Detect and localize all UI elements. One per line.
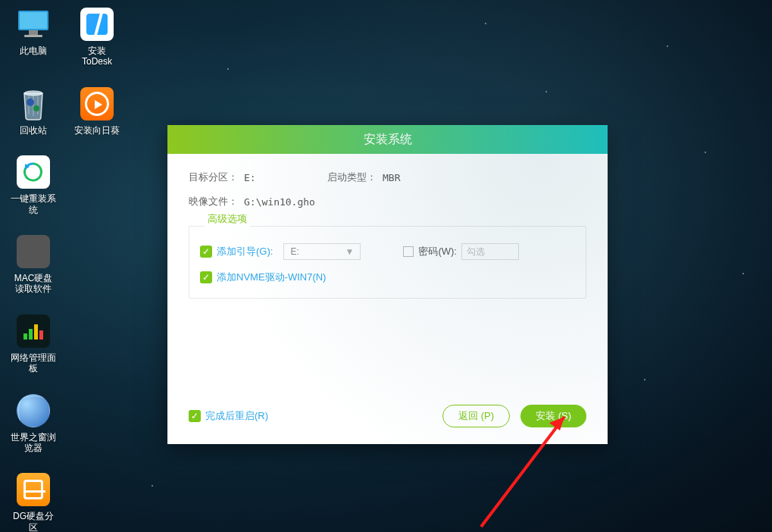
dialog-title: 安装系统 <box>167 125 608 154</box>
row-image-file: 映像文件： G:\win10.gho <box>189 195 586 208</box>
desktop-row: 回收站 安装向日葵 <box>11 87 120 136</box>
row-add-nvme: ✓ 添加NVME驱动-WIN7(N) <box>200 271 575 284</box>
desktop-icon-label: 安装ToDesk <box>74 45 120 67</box>
install-system-dialog: 安装系统 目标分区： E: 启动类型： MBR 映像文件： G:\win10.g… <box>167 125 608 444</box>
row-add-boot: ✓ 添加引导(G): E: ▼ 密码(W): 勾选 <box>200 243 575 260</box>
monitor-icon <box>17 8 50 41</box>
dialog-footer: ✓ 完成后重启(R) 返回 (P) 安装 (S) <box>167 393 608 444</box>
svg-point-4 <box>24 91 42 95</box>
boot-type-label: 启动类型： <box>327 171 377 184</box>
image-file-value: G:\win10.gho <box>244 196 315 208</box>
desktop-icon-label: DG硬盘分区 <box>11 511 56 532</box>
boot-type-value: MBR <box>383 172 400 183</box>
desktop-row: DG硬盘分区 <box>11 473 120 532</box>
desktop-icon-diskgenius[interactable]: DG硬盘分区 <box>11 473 56 532</box>
image-file-label: 映像文件： <box>189 195 238 208</box>
desktop-icon-label: 回收站 <box>20 125 47 136</box>
add-boot-label: 添加引导(G): <box>217 245 273 258</box>
desktop-icon-reinstall[interactable]: 一键重装系统 <box>11 155 56 215</box>
password-input[interactable]: 勾选 <box>461 243 519 260</box>
target-partition-value: E: <box>244 172 327 183</box>
desktop-icon-network-panel[interactable]: 网络管理面板 <box>11 315 56 374</box>
partition-icon <box>17 473 50 506</box>
svg-rect-2 <box>29 30 38 35</box>
advanced-legend: 高级选项 <box>205 212 250 226</box>
target-partition-label: 目标分区： <box>189 171 238 184</box>
desktop-icon-label: 一键重装系统 <box>11 193 56 215</box>
add-nvme-label: 添加NVME驱动-WIN7(N) <box>217 271 326 284</box>
desktop-icon-label: 网络管理面板 <box>11 352 56 374</box>
desktop-icon-todesk[interactable]: 安装ToDesk <box>74 8 120 67</box>
desktop-icon-sunlogin[interactable]: 安装向日葵 <box>74 87 120 136</box>
desktop-row: 网络管理面板 <box>11 315 120 374</box>
reinstall-icon <box>17 155 50 189</box>
install-button[interactable]: 安装 (S) <box>520 405 586 427</box>
desktop-icons: 此电脑 安装ToDesk 回收站 安装向日葵 <box>0 0 120 532</box>
password-placeholder: 勾选 <box>467 246 485 258</box>
back-button[interactable]: 返回 (P) <box>442 405 510 427</box>
add-boot-value: E: <box>290 246 298 257</box>
desktop-row: 世界之窗浏览器 <box>11 394 120 454</box>
advanced-options-group: 高级选项 ✓ 添加引导(G): E: ▼ 密码(W): 勾选 ✓ 添加NVME驱… <box>189 219 586 299</box>
password-label: 密码(W): <box>418 245 457 258</box>
desktop-icon-label: MAC硬盘读取软件 <box>11 273 56 295</box>
desktop-icon-mac-disk[interactable]: MAC硬盘读取软件 <box>11 235 56 295</box>
globe-icon <box>17 394 50 427</box>
svg-point-6 <box>33 105 39 111</box>
desktop-icon-label: 世界之窗浏览器 <box>11 432 56 454</box>
desktop-icon-label: 此电脑 <box>20 45 47 56</box>
disk-icon <box>17 235 50 268</box>
todesk-icon <box>80 8 114 41</box>
trash-icon <box>17 87 50 120</box>
restart-label: 完成后重启(R) <box>205 409 268 423</box>
desktop-icon-theworld-browser[interactable]: 世界之窗浏览器 <box>11 394 56 454</box>
chevron-down-icon: ▼ <box>345 246 355 257</box>
restart-option: ✓ 完成后重启(R) <box>189 409 268 423</box>
checkbox-add-boot[interactable]: ✓ <box>200 246 212 258</box>
desktop-row: MAC硬盘读取软件 <box>11 235 120 295</box>
checkbox-add-nvme[interactable]: ✓ <box>200 271 212 283</box>
desktop-row: 此电脑 安装ToDesk <box>11 8 120 67</box>
sunflower-icon <box>80 87 114 120</box>
desktop-row: 一键重装系统 <box>11 155 120 215</box>
checkbox-restart-after[interactable]: ✓ <box>189 410 201 422</box>
svg-rect-1 <box>20 12 47 29</box>
bars-icon <box>17 315 50 348</box>
svg-rect-3 <box>24 35 42 37</box>
add-boot-select[interactable]: E: ▼ <box>283 243 361 260</box>
desktop-icon-recycle-bin[interactable]: 回收站 <box>11 87 56 136</box>
desktop-icon-this-pc[interactable]: 此电脑 <box>11 8 56 67</box>
row-target-partition: 目标分区： E: 启动类型： MBR <box>189 171 586 184</box>
dialog-body: 目标分区： E: 启动类型： MBR 映像文件： G:\win10.gho 高级… <box>167 154 608 393</box>
svg-point-5 <box>27 99 34 106</box>
desktop-icon-label: 安装向日葵 <box>74 125 120 136</box>
checkbox-password[interactable] <box>403 246 414 257</box>
